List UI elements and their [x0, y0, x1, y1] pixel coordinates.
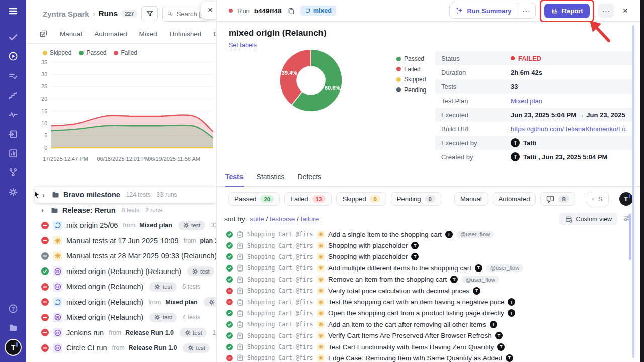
sidebar-steps-icon[interactable] — [0, 88, 26, 103]
sort-by-testcase[interactable]: testcase — [270, 215, 295, 223]
tab-tests[interactable]: Tests — [225, 173, 244, 187]
filter-skipped[interactable]: Skipped0 — [336, 192, 386, 206]
assignee-avatar-filter[interactable]: T — [619, 192, 633, 206]
tests-search[interactable] — [587, 192, 609, 206]
funnel-icon — [146, 10, 154, 18]
tab-defects[interactable]: Defects — [298, 173, 321, 186]
sidebar-enter-box-icon[interactable] — [0, 127, 26, 141]
run-group-row[interactable]: ›Release: Rerun8 tests2 runs — [26, 203, 216, 218]
assignee-avatar: T — [495, 332, 503, 339]
filter-passed[interactable]: Passed20 — [228, 192, 280, 206]
folder-icon — [50, 206, 58, 214]
filter-failed[interactable]: Failed13 — [284, 192, 332, 206]
run-type-badge[interactable]: mixed — [300, 6, 336, 16]
sort-by-suite[interactable]: suite — [250, 215, 264, 223]
plan-name[interactable]: Release Run 1.0 — [129, 344, 177, 351]
detail-value: https://github.com/TetianaKhomenko/Load-… — [511, 125, 626, 133]
sidebar-checklist-icon[interactable] — [0, 69, 26, 83]
run-row[interactable]: Rmixed origin (Relaunch) (Relaunch)test — [26, 264, 216, 280]
runs-search-input[interactable] — [176, 10, 204, 18]
comments-filter[interactable]: 8 — [540, 192, 575, 206]
tab-statistics[interactable]: Statistics — [257, 173, 285, 186]
filter-pending[interactable]: Pending0 — [391, 192, 441, 206]
sync-icon — [53, 221, 62, 230]
test-row[interactable]: Shopping Cart @firs...Verify Cart Items … — [216, 330, 640, 341]
sidebar-settings-gear-icon[interactable] — [0, 185, 26, 199]
test-row[interactable]: Shopping Cart @firs...Test the shopping … — [216, 296, 640, 307]
run-summary-button[interactable]: Run Summary — [450, 3, 517, 18]
run-group-row[interactable]: ›Bravo milestone124 tests33 runs — [35, 187, 216, 203]
settings-gear-icon — [8, 187, 18, 197]
close-run-detail-button[interactable]: × — [621, 6, 629, 16]
detail-link[interactable]: Mixed plan — [511, 97, 542, 105]
sidebar-folder-icon[interactable] — [0, 321, 26, 335]
run-row[interactable]: Manual tests at 28 Mar 2025 09:33 (Relau… — [26, 248, 216, 264]
area-chart: 05101520253035 — [26, 57, 216, 154]
filter-automated[interactable]: Automated — [493, 192, 536, 206]
run-row[interactable]: RCircle CI runfromRelease Run 1.0test13 … — [26, 340, 216, 356]
run-row[interactable]: RMixed origin (Relaunch)test5 tests — [26, 279, 216, 295]
test-row[interactable]: Shopping Cart @firs...Add multiple diffe… — [216, 262, 640, 274]
assignee-avatar: T — [450, 276, 458, 283]
run-summary-more-button[interactable]: ··· — [518, 3, 535, 18]
breadcrumb-project[interactable]: Zyntra Spark — [43, 10, 89, 18]
report-button[interactable]: Report — [544, 4, 590, 18]
sort-links: suite / testcase / failure — [250, 215, 319, 223]
tests-filters-row: Passed20Failed13Skipped0Pending0ManualAu… — [228, 192, 640, 206]
runs-tab-mixed[interactable]: Mixed — [139, 30, 157, 38]
run-row[interactable]: mixed origin (Relaunch)fromMixed plantes… — [26, 295, 216, 310]
test-row[interactable]: Shopping Cart @firs...Test Cart Function… — [216, 341, 640, 352]
run-row[interactable]: RJenkins runfromRelease Run 1.0test13 te… — [26, 325, 216, 341]
manual-test-icon — [317, 264, 325, 272]
sort-by-failure[interactable]: failure — [301, 215, 319, 223]
status-failed-icon — [41, 344, 49, 352]
filter-label: Pending — [397, 195, 421, 203]
copy-run-id-button[interactable] — [286, 6, 296, 16]
tests-list-scrollbar[interactable] — [629, 214, 631, 260]
cursor-pointer-icon — [35, 190, 42, 199]
test-row[interactable]: Shopping Cart @firs...Add an item to the… — [216, 319, 640, 330]
test-row[interactable]: Shopping Cart @firs...Open the shopping … — [216, 308, 640, 319]
run-row[interactable]: RMixed origin (Relaunch)test4 tests — [26, 310, 216, 325]
manual-test-icon — [317, 242, 325, 249]
run-row[interactable]: Manual tests at 17 Jun 2025 10:09frompla… — [26, 233, 216, 249]
test-row[interactable]: Shopping Cart @firs...Shopping with plac… — [216, 240, 640, 251]
test-row[interactable]: Shopping Cart @firs...Remove an item fro… — [216, 274, 640, 285]
test-row[interactable]: Shopping Cart @firs...Add a single item … — [216, 229, 640, 240]
plan-name[interactable]: plan 1 — [200, 237, 217, 244]
run-row[interactable]: mix origin 25/06fromMixed plantest33 tes… — [26, 218, 216, 233]
detail-link[interactable]: https://github.com/TetianaKhomenko/Load-… — [511, 125, 626, 133]
custom-view-button[interactable]: Custom view — [559, 213, 617, 225]
more-actions-button[interactable]: ··· — [598, 4, 614, 18]
tests-search-input[interactable] — [597, 195, 604, 203]
filter-button[interactable] — [141, 6, 158, 21]
plan-name[interactable]: Mixed plan — [139, 222, 172, 229]
sidebar-report-chart-icon[interactable] — [0, 146, 26, 160]
sidebar-help-icon[interactable]: ? — [0, 302, 26, 316]
runs-tab-groups[interactable]: Groups — [213, 30, 217, 38]
test-title: Test Cart Functionality with Items Havin… — [328, 343, 494, 351]
sidebar-activity-icon[interactable] — [0, 108, 26, 122]
sidebar-play-circle-icon[interactable] — [0, 49, 26, 63]
runs-tab-automated[interactable]: Automated — [94, 30, 127, 38]
test-row[interactable]: Shopping Cart @firs...Shopping with plac… — [216, 251, 640, 262]
detail-row-build-url: Build URLhttps://github.com/TetianaKhome… — [435, 122, 632, 136]
chevron-right-icon[interactable]: › — [41, 206, 46, 214]
set-labels-link[interactable]: Set labels — [229, 42, 257, 49]
test-row[interactable]: Shopping Cart @firs...Verify total price… — [216, 285, 640, 296]
filter-manual[interactable]: Manual — [454, 192, 488, 206]
chevron-right-icon[interactable]: › — [42, 191, 47, 199]
plan-name[interactable]: Release Run 1.0 — [125, 329, 174, 336]
runs-tab-manual[interactable]: Manual — [60, 30, 82, 38]
user-avatar[interactable]: T — [6, 340, 21, 355]
sidebar-check-icon[interactable] — [0, 30, 26, 44]
close-runs-panel-button[interactable]: × — [201, 2, 217, 19]
panel-scrollbar[interactable] — [632, 25, 634, 358]
plan-name[interactable]: Mixed plan — [165, 299, 198, 306]
select-all-icon[interactable] — [39, 30, 48, 38]
sidebar-menu-icon[interactable] — [0, 4, 26, 18]
svg-text:R: R — [56, 315, 59, 320]
test-row[interactable]: Shopping Cart @firs...Edge Case: Removin… — [216, 352, 640, 362]
runs-tab-unfinished[interactable]: Unfinished — [170, 30, 202, 38]
sidebar-branch-icon[interactable] — [0, 165, 26, 179]
